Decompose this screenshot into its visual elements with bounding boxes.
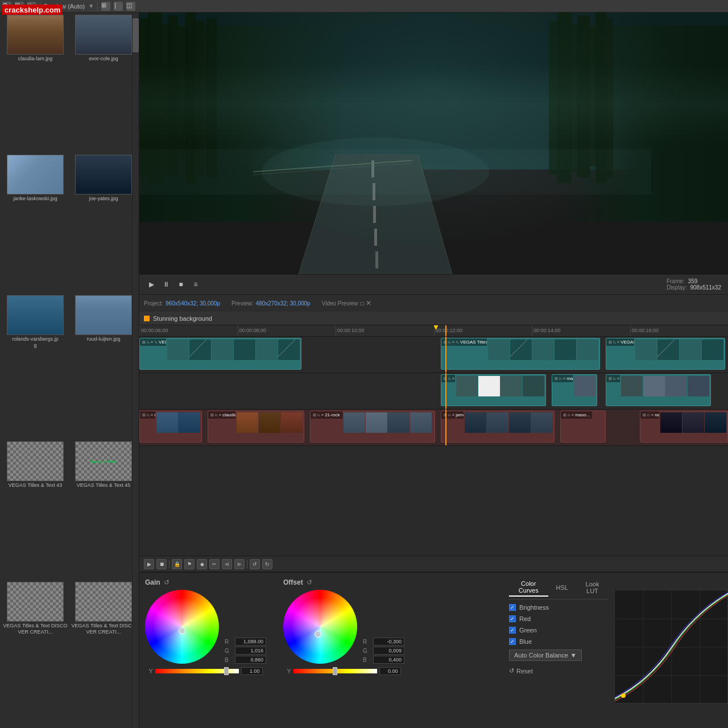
offset-g-value[interactable]: 0,009 <box>373 647 404 655</box>
timeline-clip[interactable]: ⊞ /ₐ ≡ maso... <box>552 374 597 406</box>
brightness-checkbox[interactable]: ✓ <box>509 604 516 611</box>
list-item[interactable]: evor-cole.jpg <box>71 15 136 152</box>
timeline-clip[interactable]: ⊞ /ₐ ≡ ∿ VEGAS Titles_Text ADVANCED COLO… <box>441 338 600 370</box>
scrollbar[interactable] <box>132 13 139 728</box>
gain-reset-icon[interactable]: ↺ <box>164 578 169 586</box>
red-checkbox[interactable]: ✓ <box>509 615 516 622</box>
clip-label: ⊞ /ₐ ≡ james-zwadlo <box>441 375 455 382</box>
video-preview-close[interactable]: ✕ <box>366 299 371 307</box>
gain-r-value[interactable]: 1,088.00 <box>235 638 266 646</box>
timeline-clip[interactable]: ⊞ /ₐ ≡ VEGAS Titles_Text EASY-TO-USE VIG… <box>606 338 725 370</box>
offset-reset-icon[interactable]: ↺ <box>307 578 312 586</box>
pause-button[interactable]: ⏸ <box>161 279 171 289</box>
play-button[interactable]: ▶ <box>146 279 156 289</box>
clip-thumbnails <box>455 376 545 396</box>
timeline-clip[interactable]: ⊞ /ₐ ≡ maso... <box>560 411 606 442</box>
clip-icons: ⊞ /ₐ ≡ <box>563 413 574 417</box>
clip-thumbnails <box>464 412 554 433</box>
list-item[interactable]: janke-laskowski.jpg <box>2 155 68 292</box>
offset-wheel-container: R -0,300 G 0,009 B 0,400 <box>283 590 404 664</box>
tc-ripple-btn[interactable]: ⊲ <box>222 559 232 569</box>
gain-y-value[interactable]: 1.00 <box>241 667 263 675</box>
tc-split-btn[interactable]: ✂ <box>209 559 220 569</box>
right-area: ▶ ⏸ ■ ≡ Frame: 359 Display: 908x511x32 P… <box>139 13 728 728</box>
clip-label: ⊞ /ₐ ≡ maso... <box>561 411 592 419</box>
preview-res-label: Preview: <box>231 300 253 307</box>
tab-color-curves[interactable]: Color Curves <box>509 578 548 597</box>
timeline-clip[interactable]: ⊞ /ₐ ≡ james-zwadlo <box>441 411 555 442</box>
media-thumbnail <box>75 15 132 55</box>
tc-sep2 <box>247 560 247 568</box>
offset-y-thumb[interactable] <box>333 667 337 675</box>
list-item[interactable]: VEGAS Titles & Text 43 <box>2 441 68 579</box>
scrollbar-thumb[interactable] <box>133 18 139 52</box>
tab-hsl[interactable]: HSL <box>549 578 575 597</box>
clip-thumbnails <box>659 412 727 433</box>
list-item[interactable]: VEGAS Titles & Text DISCOVER CREATI... <box>71 582 136 726</box>
tab-look-lut[interactable]: Look LUT <box>576 578 609 597</box>
offset-y-slider[interactable] <box>293 669 377 673</box>
tc-undo-btn[interactable]: ↺ <box>250 559 260 569</box>
brightness-checkbox-row: ✓ Brightness <box>509 604 609 611</box>
gain-wheel-handle[interactable] <box>179 627 185 634</box>
offset-y-value[interactable]: 0.00 <box>379 667 401 675</box>
gain-label: Gain <box>145 578 160 586</box>
offset-y-slider-row: Y 0.00 <box>287 667 401 675</box>
offset-g-row: G 0,009 <box>363 647 404 655</box>
tc-play-btn[interactable]: ▶ <box>144 559 154 569</box>
green-checkbox[interactable]: ✓ <box>509 627 516 634</box>
timeline-clip[interactable]: ⊞ /ₐ ≡ 21-rock <box>310 411 435 442</box>
gain-color-wheel[interactable] <box>145 590 219 664</box>
snap-icon[interactable]: ∣ <box>114 2 123 11</box>
list-item[interactable]: ruud-luijten.jpg <box>71 295 136 439</box>
menu-button[interactable]: ≡ <box>191 279 201 289</box>
list-item[interactable]: joe-yates.jpg <box>71 155 136 292</box>
color-controls-section: Color Curves HSL Look LUT ✓ Brightness ✓… <box>503 573 614 728</box>
clip-label: ⊞ /ₐ ≡ 21-rock <box>311 411 342 419</box>
timeline-clip[interactable]: ⊞ /ₐ ≡ ∿ VEGAS Titles_Text Advanced colo… <box>139 338 301 370</box>
ruler-mark: 00:00:06;00 <box>139 325 238 336</box>
tc-pause-btn[interactable]: ⏹ <box>156 559 167 569</box>
list-item[interactable]: claudia-lam.jpg <box>2 15 68 152</box>
playhead[interactable] <box>445 325 446 336</box>
clip-icons: ⊞ /ₐ ≡ <box>609 377 619 380</box>
tc-redo-btn[interactable]: ↻ <box>262 559 272 569</box>
clip-thumbnails <box>487 340 599 360</box>
offset-r-value[interactable]: -0,300 <box>373 638 404 646</box>
timeline-clip[interactable]: ⊞ /ₐ ≡ james-zwadlo <box>441 374 546 406</box>
list-item[interactable]: Blazing Glow VEGAS Titles & Text 45 <box>71 441 136 579</box>
tc-lock-btn[interactable]: 🔒 <box>172 559 182 569</box>
media-thumbnail: Blazing Glow <box>75 441 132 481</box>
tc-marker-btn[interactable]: ◆ <box>197 559 207 569</box>
gain-values: R 1,088.00 G 1,016 B 0,860 <box>225 638 266 664</box>
blue-checkbox[interactable]: ✓ <box>509 638 516 645</box>
tc-snap-btn[interactable]: ⊳ <box>234 559 245 569</box>
offset-color-wheel[interactable] <box>283 590 357 664</box>
curves-chart[interactable] <box>614 590 728 704</box>
timeline-clip[interactable]: ⊞ /ₐ ≡ ram-maru <box>640 411 728 442</box>
media-filename: evor-cole.jpg <box>89 56 118 62</box>
list-item[interactable]: rolands-varsbergs.jpg <box>2 295 68 439</box>
tool-icon4[interactable]: ◫ <box>126 2 135 11</box>
main-layout: claudia-lam.jpg evor-cole.jpg janke-lask… <box>0 13 728 728</box>
gain-g-value[interactable]: 1,016 <box>235 647 266 655</box>
offset-wheel-handle[interactable] <box>315 631 321 638</box>
video-preview-checkbox[interactable]: □ <box>360 300 363 307</box>
gain-y-thumb[interactable] <box>224 667 229 675</box>
tc-flag-btn[interactable]: ⚑ <box>184 559 195 569</box>
preview-dropdown-arrow[interactable]: ▼ <box>88 3 94 9</box>
reset-button[interactable]: ↺ Reset <box>509 665 609 676</box>
offset-b-value[interactable]: 0,400 <box>373 656 404 664</box>
timeline-clip[interactable]: ⊞ /ₐ ≡ nke-laskowski <box>139 411 202 442</box>
gain-b-value[interactable]: 0,860 <box>235 656 266 664</box>
table-row: ⊞ /ₐ ≡ ∿ VEGAS Titles_Text Advanced colo… <box>139 337 728 373</box>
list-item[interactable]: VEGAS Titles & Text DISCOVER CREATI... <box>2 582 68 726</box>
timeline-clip[interactable]: ⊞ /ₐ ≡ matthew-henry <box>606 374 711 406</box>
grid-icon[interactable]: ⊞ <box>101 2 110 11</box>
gain-y-slider[interactable] <box>155 669 239 673</box>
timeline-clip[interactable]: ⊞ /ₐ ≡ claudia-lam <box>208 411 304 442</box>
offset-label: Offset <box>283 578 303 586</box>
table-row: ⊞ /ₐ ≡ nke-laskowski ⊞ /ₐ ≡ clau <box>139 410 728 446</box>
stop-button[interactable]: ■ <box>176 279 186 289</box>
auto-color-balance-dropdown[interactable]: Auto Color Balance ▼ <box>509 650 582 661</box>
